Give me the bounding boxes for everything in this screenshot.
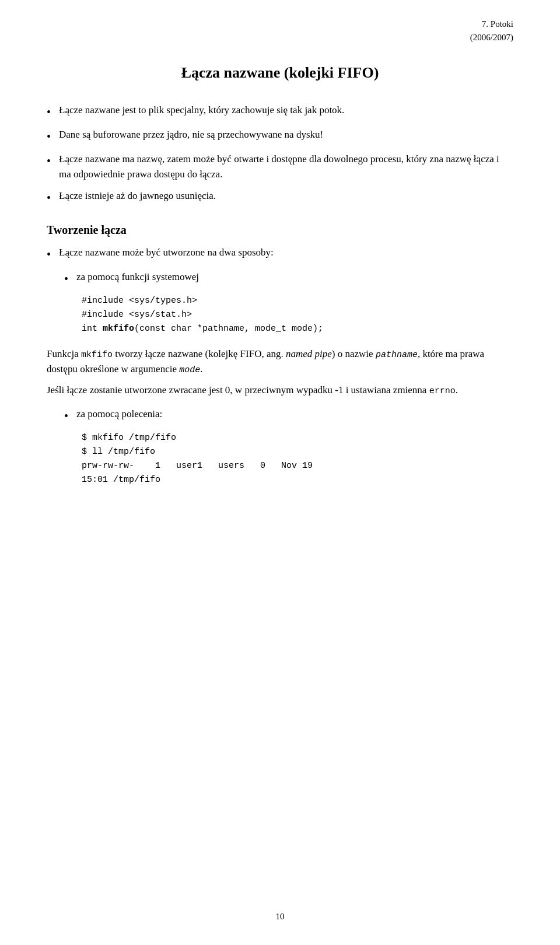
bullet-item-2: • Dane są buforowane przez jądro, nie są… [47,127,513,146]
code-line-1: #include <sys/types.h> [82,296,197,306]
bullet-text-3: Łącze nazwane ma nazwę, zatem może być o… [59,152,513,183]
sub-bullet-text-1: za pomocą funkcji systemowej [76,270,513,285]
bullet-dot-2: • [47,128,51,146]
description-para-2: Jeśli łącze zostanie utworzone zwracane … [47,383,513,398]
section-heading: Tworzenie łącza [47,223,513,237]
cmd-block: $ mkfifo /tmp/fifo $ ll /tmp/fifo prw-rw… [82,431,513,487]
desc-end-1: ) o nazwie [332,348,376,359]
sub-bullet-text-2: za pomocą polecenia: [76,407,513,422]
desc-suffix-1: tworzy łącze nazwane (kolejkę FIFO, ang. [113,348,286,359]
desc-italic-named-pipe: named pipe [286,348,332,359]
tworzenie-bullet-dot: • [47,246,51,264]
bullet-dot-4: • [47,189,51,207]
desc-line3-text: Jeśli łącze zostanie utworzone zwracane … [47,384,429,396]
desc-line3-end: . [456,384,458,396]
cmd-line-1: $ mkfifo /tmp/fifo [82,433,176,443]
desc-pathname: pathname [376,350,418,360]
code-mkfifo-bold: mkfifo [103,324,134,334]
bullet-item-3: • Łącze nazwane ma nazwę, zatem może być… [47,152,513,183]
cmd-line-4: 15:01 /tmp/fifo [82,475,160,485]
bullet-text-2: Dane są buforowane przez jądro, nie są p… [59,127,513,142]
bullet-item-4: • Łącze istnieje aż do jawnego usunięcia… [47,188,513,207]
page-container: 7. Potoki (2006/2007) Łącza nazwane (kol… [0,0,560,945]
sub-section-polecenia: • za pomocą polecenia: $ mkfifo /tmp/fif… [64,407,513,487]
desc-func-name: mkfifo [81,350,113,360]
desc-prefix-1: Funkcja [47,348,81,359]
page-header: 7. Potoki (2006/2007) [470,18,513,44]
sub-bullet-dot-2: • [64,407,68,425]
sub-bullet-dot-1: • [64,270,68,288]
cmd-line-2: $ ll /tmp/fifo [82,447,155,457]
chapter-title: 7. Potoki [482,19,513,29]
code-line-3: int mkfifo(const char *pathname, mode_t … [82,324,323,334]
tworzenie-section: Tworzenie łącza • Łącze nazwane może być… [47,223,513,487]
chapter-year: (2006/2007) [470,33,513,42]
bullet-text-4: Łącze istnieje aż do jawnego usunięcia. [59,188,513,204]
sub-bullet-polecenia: • za pomocą polecenia: [64,407,513,425]
page-title: Łącza nazwane (kolejki FIFO) [47,64,513,82]
sub-bullet-funkcja: • za pomocą funkcji systemowej [64,270,513,288]
bullet-dot-3: • [47,152,51,170]
tworzenie-intro-bullet: • Łącze nazwane może być utworzone na dw… [47,245,513,264]
sub-section-funkcja: • za pomocą funkcji systemowej #include … [64,270,513,336]
desc-mode: mode [179,365,200,375]
cmd-line-3: prw-rw-rw- 1 user1 users 0 Nov 19 [82,461,313,471]
tworzenie-intro-text: Łącze nazwane może być utworzone na dwa … [59,245,513,260]
bullet-item-1: • Łącze nazwane jest to plik specjalny, … [47,103,513,121]
code-line-2: #include <sys/stat.h> [82,310,192,320]
desc-end-2: . [200,363,202,374]
bullet-text-1: Łącze nazwane jest to plik specjalny, kt… [59,103,513,118]
intro-bullets: • Łącze nazwane jest to plik specjalny, … [47,103,513,207]
code-block-includes: #include <sys/types.h> #include <sys/sta… [82,294,513,336]
description-para-1: Funkcja mkfifo tworzy łącze nazwane (kol… [47,346,513,377]
bullet-dot-1: • [47,103,51,121]
page-number: 10 [276,912,285,922]
desc-errno: errno [429,386,456,396]
